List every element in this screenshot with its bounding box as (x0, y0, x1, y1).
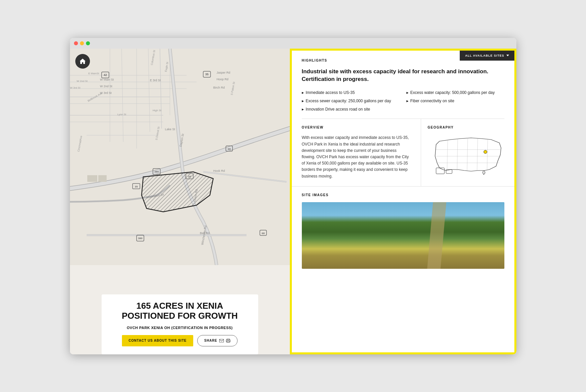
svg-text:380: 380 (138, 237, 143, 240)
overview-section: OVERVIEW With excess water capacity and … (292, 119, 421, 186)
svg-line-73 (477, 139, 478, 171)
overview-label: OVERVIEW (302, 126, 411, 129)
browser-content: 42 35 68 68 380 380 W Main St W 2nd (70, 49, 516, 354)
highlights-grid: ▶ Immediate access to US-35 ▶ Excess wat… (302, 90, 504, 112)
svg-text:Birch Rd: Birch Rd (213, 86, 225, 89)
all-sites-label: ALL AVAILABLE SITES (465, 54, 504, 57)
svg-text:42: 42 (103, 73, 107, 77)
svg-text:Lynn St: Lynn St (117, 113, 127, 116)
highlight-item: ▶ Excess water capacity: 500,000 gallons… (406, 90, 504, 96)
svg-text:Jasper Rd: Jasper Rd (217, 71, 230, 74)
geography-label: GEOGRAPHY (428, 126, 508, 129)
svg-line-74 (487, 140, 488, 170)
overview-geo-section: OVERVIEW With excess water capacity and … (292, 119, 514, 186)
highlight-text-4: Excess water capacity: 500,000 gallons p… (410, 90, 495, 96)
bullet-icon: ▶ (302, 91, 304, 95)
svg-text:W Main St: W Main St (100, 78, 114, 81)
highlights-section: HIGHLIGHTS Industrial site with excess c… (292, 51, 514, 119)
svg-text:W 2nd St: W 2nd St (100, 85, 113, 88)
svg-text:Lake St: Lake St (165, 128, 175, 131)
left-panel: 42 35 68 68 380 380 W Main St W 2nd (70, 49, 290, 354)
svg-point-78 (484, 150, 487, 154)
svg-rect-56 (87, 175, 97, 182)
all-sites-button[interactable]: ALL AVAILABLE SITES (460, 51, 514, 61)
print-icon (226, 339, 231, 343)
right-inner: ALL AVAILABLE SITES HIGHLIGHTS Industria… (292, 51, 514, 352)
browser-window: 42 35 68 68 380 380 W Main St W 2nd (70, 38, 516, 354)
svg-text:W 3rd St: W 3rd St (70, 86, 81, 89)
highlight-text-5: Fiber connectivity on site (410, 98, 454, 104)
highlight-item: ▶ Innovation Drive access road on site (302, 107, 400, 112)
home-button[interactable] (75, 54, 90, 69)
svg-text:E MainSt: E MainSt (88, 72, 99, 75)
right-panel: ALL AVAILABLE SITES HIGHLIGHTS Industria… (290, 49, 516, 354)
bullet-icon: ▶ (302, 99, 304, 103)
svg-rect-68 (436, 168, 444, 174)
bullet-icon: ▶ (406, 91, 408, 95)
svg-text:35: 35 (205, 73, 208, 76)
highlight-text-1: Immediate access to US-35 (306, 90, 355, 96)
bullet-icon: ▶ (406, 99, 408, 103)
minimize-dot[interactable] (80, 41, 84, 45)
highlight-text-2: Excess sewer capacity: 250,000 gallons p… (306, 98, 391, 104)
browser-titlebar (70, 38, 516, 49)
geography-section: GEOGRAPHY (421, 119, 514, 186)
map-subtitle: OVCH PARK XENIA OH (CERTIFICATION IN PRO… (110, 326, 250, 330)
site-images-section: SITE IMAGES (292, 187, 514, 275)
maximize-dot[interactable] (86, 41, 90, 45)
svg-text:35: 35 (135, 185, 138, 188)
svg-line-70 (447, 140, 448, 170)
svg-line-72 (467, 138, 468, 171)
svg-text:68: 68 (228, 148, 231, 151)
highlight-item: ▶ Immediate access to US-35 (302, 90, 400, 96)
map-title: 165 ACRES IN XENIA POSITIONED FOR GROWTH (110, 301, 250, 321)
share-label: SHARE (204, 339, 217, 342)
map-buttons: CONTACT US ABOUT THIS SITE SHARE (110, 335, 250, 346)
map-svg: 42 35 68 68 380 380 W Main St W 2nd (70, 49, 290, 265)
contact-button[interactable]: CONTACT US ABOUT THIS SITE (122, 335, 193, 346)
svg-text:380: 380 (154, 170, 159, 173)
bullet-icon: ▶ (302, 108, 304, 111)
svg-rect-57 (98, 175, 107, 182)
svg-text:E 3rd St: E 3rd St (150, 79, 161, 82)
us-map-container (428, 135, 508, 178)
svg-rect-67 (227, 341, 230, 342)
svg-rect-64 (220, 339, 224, 342)
svg-text:35: 35 (188, 175, 191, 178)
site-images-label: SITE IMAGES (302, 193, 504, 197)
overview-text: With excess water capacity and immediate… (302, 135, 411, 179)
highlight-item: ▶ Fiber connectivity on site (406, 98, 504, 104)
highlight-text-3: Innovation Drive access road on site (306, 107, 370, 112)
highlight-item: ▶ Excess sewer capacity: 250,000 gallons… (302, 98, 400, 104)
svg-text:68: 68 (262, 232, 265, 235)
site-photo (302, 202, 504, 269)
svg-text:High St: High St (153, 109, 162, 112)
svg-text:Hook Rd: Hook Rd (213, 169, 225, 173)
us-map-svg (431, 135, 504, 178)
highlights-headline: Industrial site with excess capacity ide… (302, 68, 495, 84)
site-photo-inner (302, 202, 504, 269)
chevron-down-icon (506, 55, 509, 56)
svg-text:W 2nd St: W 2nd St (77, 80, 88, 83)
map-area: 42 35 68 68 380 380 W Main St W 2nd (70, 49, 290, 265)
email-icon (219, 339, 224, 342)
svg-line-71 (457, 139, 458, 171)
svg-text:Hoop Rd: Hoop Rd (217, 78, 229, 81)
close-dot[interactable] (74, 41, 78, 45)
map-info-box: 165 ACRES IN XENIA POSITIONED FOR GROWTH… (102, 294, 258, 354)
share-button[interactable]: SHARE (197, 335, 238, 346)
